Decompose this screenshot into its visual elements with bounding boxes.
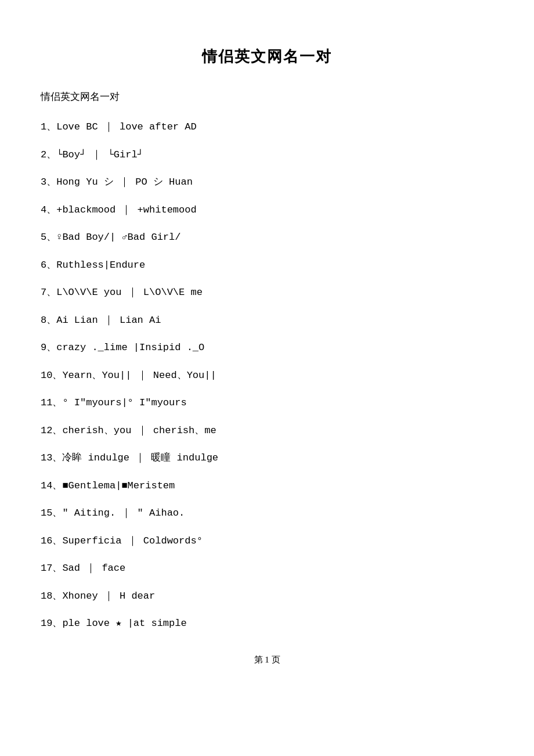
list-item: 16、Superficia ｜ Coldwords° xyxy=(41,534,493,549)
list-item: 6、Ruthless|Endure xyxy=(41,258,493,273)
list-item: 17、Sad ｜ face xyxy=(41,561,493,576)
list-item: 11、° I″myours|° I″myours xyxy=(41,395,493,411)
list-item: 10、Yearn、You|| ｜ Need、You|| xyxy=(41,368,493,383)
list-item: 5、♀Bad Boy/| ♂Bad Girl/ xyxy=(41,230,493,245)
list-item: 1、Love BC ｜ love after AD xyxy=(41,120,493,135)
list-item: 12、cherish、you ｜ cherish、me xyxy=(41,423,493,438)
page-title: 情侣英文网名一对 xyxy=(41,46,493,67)
subtitle: 情侣英文网名一对 xyxy=(41,90,493,103)
list-item: 7、L\O\V\E you ｜ L\O\V\E me xyxy=(41,285,493,300)
page-container: 情侣英文网名一对 情侣英文网名一对 1、Love BC ｜ love after… xyxy=(41,0,493,700)
list-item: 4、+blackmood ｜ +whitemood xyxy=(41,203,493,218)
list-item: 8、Ai Lian ｜ Lian Ai xyxy=(41,313,493,328)
list-item: 3、Hong Yu シ ｜ PO シ Huan xyxy=(41,175,493,190)
list-item: 15、″ Aiting. ｜ ″ Aihao. xyxy=(41,506,493,521)
list-item: 2、└Boy┘ ｜ └Girl┘ xyxy=(41,147,493,163)
list-item: 19、ple love ★ |at simple xyxy=(41,616,493,631)
list-item: 18、Xhoney ｜ H dear xyxy=(41,589,493,604)
list-item: 14、■Gentlema|■Meristem xyxy=(41,478,493,494)
page-footer: 第 1 页 xyxy=(41,654,493,665)
list-item: 9、crazy ._lime |Insipid ._O xyxy=(41,340,493,355)
list-container: 1、Love BC ｜ love after AD2、└Boy┘ ｜ └Girl… xyxy=(41,120,493,631)
list-item: 13、冷眸 indulge ｜ 暖瞳 indulge xyxy=(41,451,493,466)
